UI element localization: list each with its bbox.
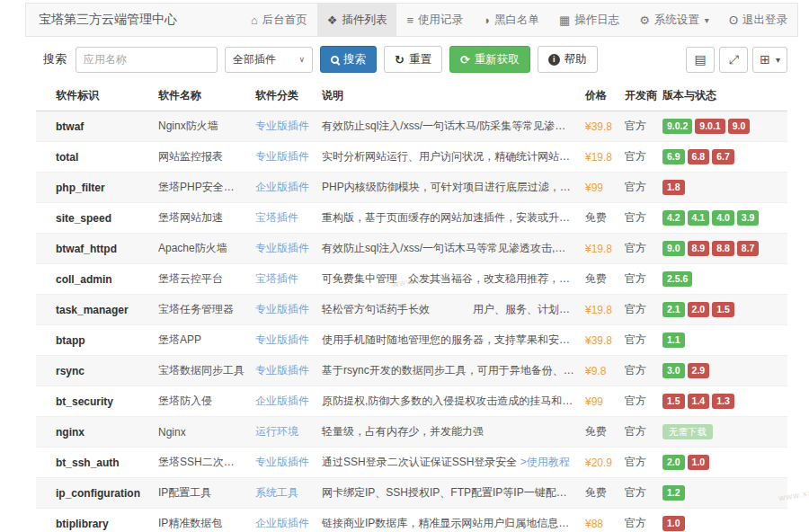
cell-software-name: IP精准数据包	[153, 509, 250, 532]
version-badge: 4.1	[688, 210, 710, 226]
fullscreen-button[interactable]: ⤢	[719, 47, 748, 73]
cell-software-name: 堡塔SSH二次认证	[153, 448, 250, 478]
cell-description: 网卡绑定IP、SSH授权IP、FTP配置IP等IP一键配置工具,...	[316, 478, 580, 509]
cell-versions: 9.0.29.0.19.08.9.9	[657, 111, 787, 142]
cell-description: 原防提权,防御大多数的入侵提权攻击造成的挂马和被挖矿...	[316, 386, 580, 417]
table-row: btwaf_httpdApache防火墙专业版插件有效防止sql注入/xss/一…	[36, 234, 787, 264]
version-badge: 无需下载	[662, 424, 713, 439]
cell-versions: 1.51.41.3	[657, 386, 787, 417]
search-icon	[331, 56, 339, 64]
nav-item-home[interactable]: ⌂后台首页	[241, 4, 317, 36]
version-badge: 1.0	[662, 516, 685, 531]
refetch-button[interactable]: ⟳ 重新获取	[449, 46, 530, 73]
nav-menu: ⌂后台首页❖插件列表≡使用记录◑黑白名单▦操作日志⚙系统设置▾ʘ退出登录	[241, 4, 797, 36]
category-link[interactable]: 企业版插件	[255, 181, 309, 193]
cell-price: ¥20.9	[580, 448, 619, 478]
version-badge: 1.2	[662, 485, 685, 501]
description-text: 实时分析网站运行、用户访问状况，精确统计网站流量、I...	[322, 150, 580, 163]
category-link[interactable]: 专业版插件	[255, 456, 309, 468]
nav-item-records[interactable]: ≡使用记录	[396, 4, 473, 36]
cell-description: 基于rsync开发的数据同步工具，可用于异地备份、多台主...	[316, 356, 580, 386]
help-button[interactable]: i 帮助	[538, 46, 598, 73]
category-link[interactable]: 企业版插件	[255, 517, 309, 529]
category-link[interactable]: 系统工具	[255, 486, 298, 499]
version-badge: 9.0	[662, 241, 685, 256]
nav-item-plugins[interactable]: ❖插件列表	[317, 4, 397, 36]
nav-item-logout[interactable]: ʘ退出登录	[719, 4, 797, 36]
search-button[interactable]: 搜索	[320, 46, 377, 73]
plugin-table-wrap: 软件标识软件名称软件分类说明价格开发商版本与状态 btwafNginx防火墙专业…	[36, 80, 787, 532]
nav-item-blacklist[interactable]: ◑黑白名单	[473, 4, 549, 36]
table-row: rsync宝塔数据同步工具专业版插件基于rsync开发的数据同步工具，可用于异地…	[36, 356, 787, 386]
search-label: 搜索	[43, 51, 67, 67]
nav-item-label: 退出登录	[742, 13, 787, 28]
cell-category: 宝塔插件	[250, 264, 316, 295]
cell-price: ¥19.8	[580, 295, 619, 325]
cell-category: 专业版插件	[250, 356, 316, 386]
search-input[interactable]	[76, 47, 218, 73]
category-link[interactable]: 宝塔插件	[255, 211, 298, 224]
category-link[interactable]: 专业版插件	[255, 303, 309, 315]
refresh-icon: ⟳	[460, 54, 470, 66]
category-link[interactable]: 专业版插件	[255, 150, 309, 163]
cell-category: 专业版插件	[250, 295, 316, 325]
table-row: btwafNginx防火墙专业版插件有效防止sql注入/xss/一句话木马/防采…	[36, 111, 787, 142]
version-badge: 2.5.6	[662, 271, 692, 287]
cell-software-id: bt_ssh_auth	[36, 448, 153, 478]
cell-software-id: nginx	[36, 417, 153, 448]
cell-versions: 6.96.86.7	[657, 142, 787, 173]
nav-item-logs[interactable]: ▦操作日志	[549, 4, 629, 36]
table-row: btapp堡塔APP专业版插件使用手机随时随地管理您的服务器，支持苹果和安卓 >…	[36, 325, 787, 356]
cell-category: 运行环境	[250, 417, 316, 448]
category-link[interactable]: 宝塔插件	[255, 272, 298, 285]
cell-description: 有效防止sql注入/xss/一句话木马等常见渗透攻击,当前仅...	[316, 234, 580, 264]
version-badge: 6.7	[712, 149, 734, 164]
cell-price: ¥39.8	[580, 325, 619, 356]
cell-versions: 2.01.0	[657, 448, 787, 478]
category-link[interactable]: 专业版插件	[255, 333, 309, 346]
brand-title[interactable]: 宝塔第三方云端管理中心	[26, 4, 190, 36]
blacklist-icon: ◑	[483, 14, 490, 26]
category-link[interactable]: 专业版插件	[255, 120, 309, 132]
cell-software-name: 堡塔APP	[153, 325, 250, 356]
columns-button[interactable]: ⊞▾	[752, 47, 787, 73]
description-text: 链接商业IP数据库，精准显示网站用户归属地信息，暂时...	[322, 517, 580, 529]
table-row: total网站监控报表专业版插件实时分析网站运行、用户访问状况，精确统计网站流量…	[36, 142, 787, 173]
category-link[interactable]: 专业版插件	[255, 364, 309, 377]
description-link[interactable]: >使用教程	[520, 456, 570, 468]
cell-versions: 9.08.98.88.7	[657, 234, 787, 264]
category-link[interactable]: 运行环境	[255, 425, 298, 438]
cell-versions: 2.5.6	[657, 264, 787, 295]
cell-vendor: 官方	[619, 264, 657, 295]
cell-category: 系统工具	[250, 478, 316, 509]
description-text: 基于rsync开发的数据同步工具，可用于异地备份、多台主...	[322, 364, 580, 377]
version-badge: 1.5	[712, 302, 734, 317]
cell-software-id: btiplibrary	[36, 509, 153, 532]
description-text: 有效防止sql注入/xss/一句话木马等常见渗透攻击,当前仅...	[322, 242, 580, 254]
version-badge: 9.0.2	[662, 119, 692, 134]
reset-button[interactable]: ↻ 重置	[384, 46, 442, 73]
cell-price: 免费	[580, 203, 619, 234]
description-text: 轻松管方句话药手长效 用户、服务、计划任...	[322, 303, 579, 315]
cell-price: 免费	[580, 478, 619, 509]
table-row: bt_security堡塔防入侵企业版插件原防提权,防御大多数的入侵提权攻击造成…	[36, 386, 787, 417]
nav-item-settings[interactable]: ⚙系统设置▾	[629, 4, 719, 36]
nav-item-label: 后台首页	[262, 13, 307, 28]
usage-list-icon: ≡	[406, 14, 413, 26]
report-view-button[interactable]: ▤	[686, 47, 715, 73]
cell-description: 有效防止sql注入/xss/一句话木马/防采集等常见渗透攻击...	[316, 111, 580, 142]
cell-software-name: Apache防火墙	[153, 234, 250, 264]
cell-versions: 1.8	[657, 173, 787, 203]
category-link[interactable]: 专业版插件	[255, 242, 309, 254]
cell-software-name: Nginx防火墙	[153, 111, 250, 142]
cell-software-name: 宝塔任务管理器	[153, 295, 250, 325]
cell-description: PHP内核级防御模块，可针对项目进行底层过滤，彻底杜...	[316, 173, 580, 203]
table-row: btiplibraryIP精准数据包企业版插件链接商业IP数据库，精准显示网站用…	[36, 509, 787, 532]
version-badge: 1.1	[662, 332, 685, 348]
table-row: nginxNginx运行环境轻量级，占有内存少，并发能力强免费官方无需下载	[36, 417, 787, 448]
cell-vendor: 官方	[619, 478, 657, 509]
category-filter-select[interactable]: 全部插件 ∨	[225, 47, 313, 73]
description-text: 通过SSH登录二次认证保证SSH登录安全	[322, 456, 520, 468]
cell-software-id: total	[36, 142, 153, 173]
category-link[interactable]: 企业版插件	[255, 395, 309, 407]
